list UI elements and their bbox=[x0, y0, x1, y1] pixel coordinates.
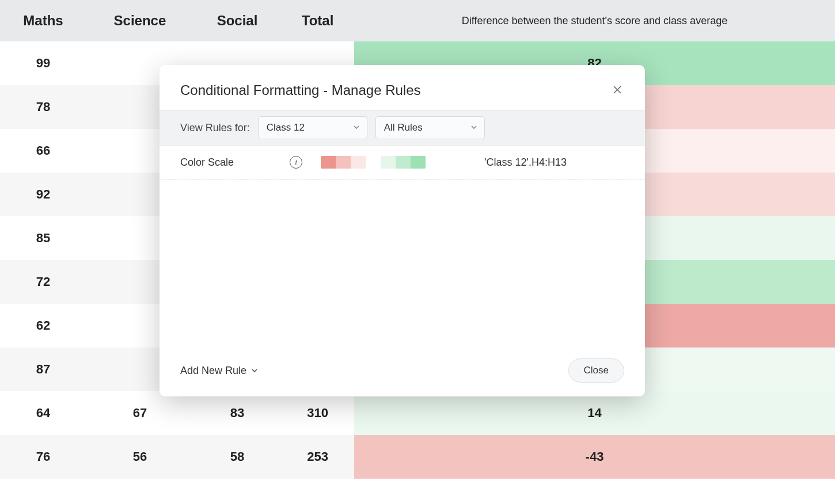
cell-maths[interactable]: 85 bbox=[0, 216, 86, 260]
cell-maths[interactable]: 78 bbox=[0, 85, 86, 129]
scope-select[interactable]: All Rules bbox=[375, 116, 485, 139]
cell-maths[interactable]: 66 bbox=[0, 129, 86, 173]
col-header-science: Science bbox=[86, 0, 193, 41]
col-header-total: Total bbox=[281, 0, 354, 41]
dialog-title: Conditional Formatting - Manage Rules bbox=[180, 82, 421, 98]
cell-maths[interactable]: 87 bbox=[0, 348, 86, 391]
dialog-footer: Add New Rule Close bbox=[160, 349, 645, 396]
color-swatch bbox=[381, 156, 396, 169]
table-row[interactable]: 765658253-43 bbox=[0, 435, 835, 479]
chevron-down-icon bbox=[353, 122, 360, 133]
color-swatch bbox=[411, 156, 426, 169]
cell-diff[interactable]: 14 bbox=[354, 391, 835, 435]
cell-diff[interactable]: -43 bbox=[354, 435, 835, 479]
add-new-rule-button[interactable]: Add New Rule bbox=[180, 365, 258, 377]
cell-social[interactable]: 83 bbox=[193, 391, 281, 435]
table-header-row: Maths Science Social Total Difference be… bbox=[0, 0, 835, 41]
cell-social[interactable]: 58 bbox=[193, 435, 281, 479]
cell-total[interactable]: 310 bbox=[281, 391, 354, 435]
color-swatch bbox=[366, 156, 381, 169]
rule-row[interactable]: Color Scale i 'Class 12'.H4:H13 bbox=[160, 146, 645, 180]
color-swatch bbox=[336, 156, 351, 169]
manage-rules-dialog: Conditional Formatting - Manage Rules Vi… bbox=[160, 65, 645, 396]
scope-select-value: All Rules bbox=[384, 122, 423, 133]
col-header-social: Social bbox=[193, 0, 281, 41]
color-swatch bbox=[321, 156, 336, 169]
cell-maths[interactable]: 72 bbox=[0, 260, 86, 304]
close-icon[interactable] bbox=[610, 82, 624, 98]
sheet-select-value: Class 12 bbox=[267, 122, 305, 133]
cell-maths[interactable]: 99 bbox=[0, 41, 86, 85]
filter-bar: View Rules for: Class 12 All Rules bbox=[160, 110, 645, 146]
cell-science[interactable]: 67 bbox=[86, 391, 193, 435]
chevron-down-icon bbox=[251, 365, 258, 377]
table-row[interactable]: 64678331014 bbox=[0, 391, 835, 435]
cell-science[interactable]: 56 bbox=[86, 435, 193, 479]
col-header-maths: Maths bbox=[0, 0, 86, 41]
rule-name: Color Scale bbox=[180, 156, 278, 169]
cell-maths[interactable]: 76 bbox=[0, 435, 86, 479]
chevron-down-icon bbox=[470, 122, 477, 133]
cell-maths[interactable]: 92 bbox=[0, 173, 86, 216]
col-header-diff: Difference between the student's score a… bbox=[354, 0, 835, 41]
sheet-select[interactable]: Class 12 bbox=[258, 116, 367, 139]
rule-range: 'Class 12'.H4:H13 bbox=[484, 156, 567, 169]
color-scale-preview bbox=[321, 156, 426, 169]
view-rules-label: View Rules for: bbox=[180, 122, 250, 134]
color-swatch bbox=[351, 156, 366, 169]
color-swatch bbox=[396, 156, 411, 169]
cell-maths[interactable]: 62 bbox=[0, 304, 86, 348]
cell-maths[interactable]: 64 bbox=[0, 391, 86, 435]
dialog-header: Conditional Formatting - Manage Rules bbox=[160, 65, 645, 110]
info-icon[interactable]: i bbox=[290, 156, 302, 169]
cell-total[interactable]: 253 bbox=[281, 435, 354, 479]
close-button[interactable]: Close bbox=[568, 358, 624, 383]
add-new-rule-label: Add New Rule bbox=[180, 365, 246, 377]
